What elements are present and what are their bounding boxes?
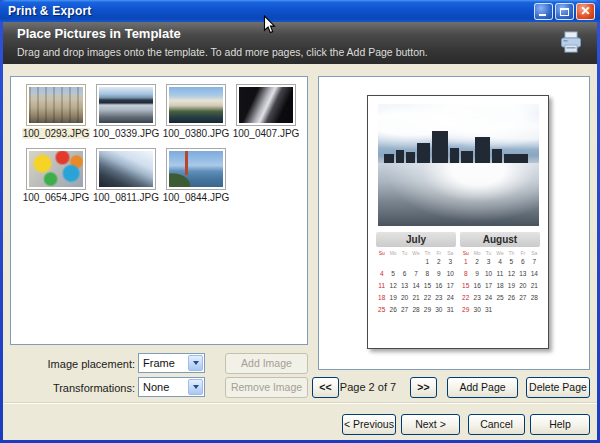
image-placement-label: Image placement: (40, 358, 135, 370)
date-cell: 25 (376, 304, 387, 316)
date-cell: 10 (445, 268, 456, 280)
maximize-button[interactable] (555, 3, 574, 20)
date-cell: 27 (399, 304, 410, 316)
date-cell: 23 (433, 292, 444, 304)
chevron-down-icon[interactable] (188, 355, 203, 371)
thumbnail-image[interactable] (166, 84, 226, 126)
date-cell: 22 (422, 292, 433, 304)
thumbnail-image[interactable] (96, 148, 156, 190)
date-cell (494, 304, 505, 316)
calendar-month-name: July (376, 232, 456, 247)
chevron-down-icon[interactable] (188, 379, 203, 395)
date-cell: 6 (399, 268, 410, 280)
date-cell: 4 (376, 268, 387, 280)
date-cell (376, 256, 387, 268)
date-cell: 7 (410, 268, 421, 280)
transformations-select[interactable]: None (138, 377, 205, 397)
calendar-month-name: August (460, 232, 540, 247)
thumbnail-item[interactable]: 100_0811.JPG (92, 148, 160, 203)
wizard-previous-button[interactable]: < Previous (342, 414, 396, 435)
minimize-icon (539, 14, 546, 16)
wizard-next-button[interactable]: Next > (401, 414, 460, 435)
page-title: Place Pictures in Template (17, 26, 181, 41)
date-cell: 1 (422, 256, 433, 268)
date-cell: 30 (433, 304, 444, 316)
date-cell: 2 (433, 256, 444, 268)
date-cell: 19 (506, 280, 517, 292)
date-cell: 27 (517, 292, 528, 304)
date-cell: 15 (460, 280, 471, 292)
date-cell: 3 (483, 256, 494, 268)
date-cell: 5 (387, 268, 398, 280)
preview-photo[interactable] (378, 104, 539, 226)
dialog-window: Print & Export ✕ Place Pictures in Templ… (0, 0, 600, 443)
date-cell: 2 (471, 256, 482, 268)
date-cell: 14 (410, 280, 421, 292)
cancel-button[interactable]: Cancel (468, 414, 525, 435)
date-cell: 26 (506, 292, 517, 304)
printer-icon (557, 29, 585, 61)
date-cell (517, 304, 528, 316)
date-cell: 28 (529, 292, 540, 304)
thumbnail-image[interactable] (26, 84, 86, 126)
help-button[interactable]: Help (530, 414, 590, 435)
template-preview-panel: JulySuMoTuWeThFrSa1234567891011121314151… (318, 76, 590, 370)
calendar-page[interactable]: JulySuMoTuWeThFrSa1234567891011121314151… (367, 95, 549, 349)
date-cell: 26 (387, 304, 398, 316)
date-cell: 12 (387, 280, 398, 292)
add-page-button[interactable]: Add Page (447, 377, 518, 398)
date-cell: 24 (483, 292, 494, 304)
dialog-body: 100_0293.JPG100_0339.JPG100_0380.JPG100_… (3, 64, 597, 440)
thumbnail-image[interactable] (26, 148, 86, 190)
date-cell: 9 (471, 268, 482, 280)
photo-water (378, 163, 539, 226)
date-cell: 21 (529, 280, 540, 292)
dates-grid: 1234567891011121314151617181920212223242… (460, 256, 540, 316)
thumbnail-item[interactable]: 100_0407.JPG (232, 84, 300, 139)
date-cell: 6 (517, 256, 528, 268)
add-image-button[interactable]: Add Image (225, 353, 308, 374)
date-cell: 30 (471, 304, 482, 316)
image-list-panel: 100_0293.JPG100_0339.JPG100_0380.JPG100_… (10, 76, 308, 345)
date-cell: 25 (494, 292, 505, 304)
thumbnail-item[interactable]: 100_0654.JPG (22, 148, 90, 203)
date-cell: 20 (399, 292, 410, 304)
photo-skyline (378, 128, 539, 162)
date-cell: 12 (506, 268, 517, 280)
date-cell: 3 (445, 256, 456, 268)
dates-grid: 1234567891011121314151617181920212223242… (376, 256, 456, 316)
date-cell: 23 (471, 292, 482, 304)
transformations-label: Transformations: (40, 382, 135, 394)
next-page-button[interactable]: >> (410, 377, 437, 398)
thumbnail-filename: 100_0380.JPG (162, 128, 230, 139)
date-cell: 10 (483, 268, 494, 280)
remove-image-button[interactable]: Remove Image (225, 377, 308, 398)
thumbnail-image[interactable] (166, 148, 226, 190)
date-cell (410, 256, 421, 268)
date-cell: 17 (445, 280, 456, 292)
date-cell: 16 (471, 280, 482, 292)
thumbnail-item[interactable]: 100_0293.JPG (22, 84, 90, 139)
thumbnail-item[interactable]: 100_0844.JPG (162, 148, 230, 203)
close-icon: ✕ (577, 4, 594, 19)
calendar-month: AugustSuMoTuWeThFrSa12345678910111213141… (460, 232, 540, 316)
date-cell: 4 (494, 256, 505, 268)
date-cell: 1 (460, 256, 471, 268)
thumbnail-item[interactable]: 100_0380.JPG (162, 84, 230, 139)
delete-page-button[interactable]: Delete Page (526, 377, 590, 398)
image-placement-select[interactable]: Frame (138, 353, 205, 373)
thumbnail-item[interactable]: 100_0339.JPG (92, 84, 160, 139)
date-cell: 11 (494, 268, 505, 280)
page-subtitle: Drag and drop images onto the template. … (17, 46, 428, 58)
thumbnail-image[interactable] (96, 84, 156, 126)
minimize-button[interactable] (534, 3, 553, 20)
title-bar: Print & Export ✕ (0, 0, 600, 22)
date-cell (529, 304, 540, 316)
date-cell: 13 (517, 268, 528, 280)
date-cell: 18 (494, 280, 505, 292)
close-button[interactable]: ✕ (576, 3, 595, 20)
date-cell: 5 (506, 256, 517, 268)
thumbnail-image[interactable] (236, 84, 296, 126)
date-cell: 16 (433, 280, 444, 292)
date-cell: 18 (376, 292, 387, 304)
